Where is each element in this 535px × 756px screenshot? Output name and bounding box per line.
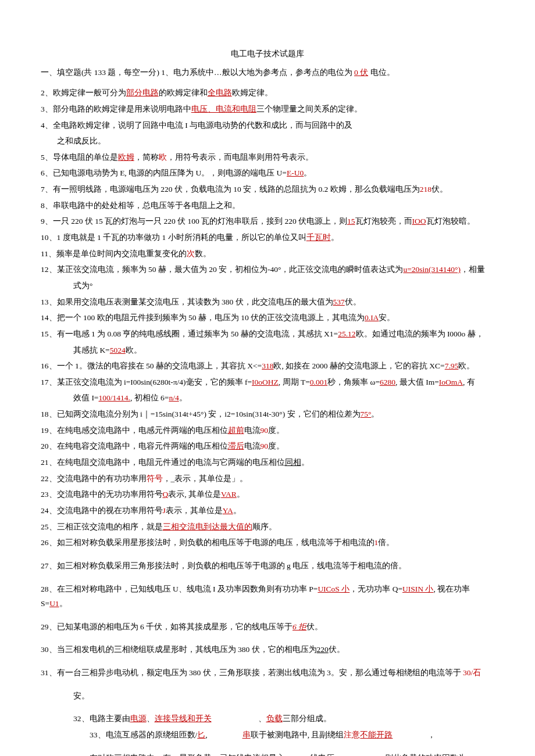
q14-ans: 0.IA <box>365 313 379 322</box>
q20c: 度。 <box>268 442 284 450</box>
q20b: 电流 <box>244 442 261 450</box>
q16c: 欧。 <box>458 361 475 370</box>
q24a: 24、交流电路中的视在功率用符号 <box>41 506 163 515</box>
q12-ans: u=20sin(314140°) <box>403 265 461 274</box>
q3a: 3、部分电路的欧姆定律是用来说明电路中 <box>41 105 191 113</box>
q3-ans: 电压、电流和电阻 <box>191 105 256 113</box>
q33-ans-a: 匕 <box>197 730 205 739</box>
q10: 10、1 度电就是 1 千瓦的功率做功 1 小时所消耗的电量，所以它的单位又叫千… <box>41 230 494 245</box>
q8: 8、串联电路中的处处相等，总电压等于各电阻上之和。 <box>41 198 494 213</box>
q15c-text: 其感抗 K= <box>73 346 110 354</box>
q15-ans-b: 5024 <box>110 346 126 354</box>
q13b: 伏。 <box>345 298 361 306</box>
q5c: ，用符号表示，而电阻率则用符号表示。 <box>167 153 313 162</box>
q31: 31、有一台三相异步电动机，额定电压为 380 伏，三角形联接，若测出线电流为 … <box>41 665 494 680</box>
q19-ans-b: 90 <box>261 426 269 435</box>
q4b-text: 之和成反比。 <box>57 137 106 145</box>
q1: 一、填空题(共 133 题，每空一分) 1、电力系统中…般以大地为参考点，参考点… <box>41 65 494 80</box>
q30: 30、当三相发电机的三相绕组联成星形时，其线电压为 380 伏，它的相电压为22… <box>41 642 494 657</box>
q20-ans-b: 90 <box>261 442 269 450</box>
q33-ans-c2: 不能开路 <box>360 730 393 739</box>
q33: 33、电流互感器的原绕组匝数/匕,串联于被测电路中, 且副绕组注意不能开路， <box>41 728 494 743</box>
q23a: 23、交流电路中的无功功率用符号 <box>41 490 163 499</box>
q11: 11、频率是单位时间内交流电重复变化的次数。 <box>41 246 494 261</box>
q17-ans-f: n/4 <box>169 393 179 402</box>
q16-ans-b: 7.95 <box>445 361 459 370</box>
q23-ans-a: Q <box>163 490 169 499</box>
q1-text: 一、填空题(共 133 题，每空一分) 1、电力系统中…般以大地为参考点，参考点… <box>41 68 352 77</box>
q20-ans-a: 滞后 <box>228 442 244 450</box>
q1-ans: 0 伏 <box>354 68 368 77</box>
q22: 22、交流电路中的有功功率用符号，_表示，其单位是」。 <box>41 471 494 486</box>
q26b: 倍。 <box>378 538 394 547</box>
q18b: 。 <box>371 410 379 418</box>
q13-ans: 537 <box>333 298 345 306</box>
q14a: 14、把一个 100 欧的电阻元件接到频率为 50 赫，电压为 10 伏的正弦交… <box>41 313 365 322</box>
q31b: 安。 <box>41 689 494 704</box>
q3b: 三个物理量之间关系的定律。 <box>256 105 362 113</box>
q15: 15、有一电感 1 为 0.08 亨的纯电感线圈，通过频率为 50 赫的交流电流… <box>41 327 494 342</box>
q11b: 数。 <box>195 249 211 258</box>
q16-ans-a: 318 <box>262 361 273 370</box>
q2c: 欧姆定律。 <box>232 88 273 97</box>
q21a: 21、在纯电阻交流电路中，电阻元件通过的电流与它两端的电压相位 <box>41 458 285 467</box>
q17: 17、某正弦交流电流为 i=I00sin(6280t-π/4)毫安，它的频率 f… <box>41 375 494 390</box>
q25a: 25、三相正弦交流电的相序，就是 <box>41 522 163 531</box>
q34b: ， <box>486 754 494 756</box>
q19c: 度。 <box>268 426 284 435</box>
q29a: 29、已知某电源的相电压为 6 千伏，如将其接成星形，它的线电压等于 <box>41 622 293 631</box>
q17c: 秒，角频率 ω= <box>327 378 380 386</box>
q7-ans: 218 <box>420 185 431 194</box>
q29-ans: 6 拒 <box>293 622 306 631</box>
q7b: 伏。 <box>431 185 448 194</box>
q21: 21、在纯电阻交流电路中，电阻元件通过的电流与它两端的电压相位同相。 <box>41 455 494 470</box>
q32-ans-b: 连接导线和开关 <box>155 714 212 723</box>
q15-ans-a: 25.12 <box>338 329 355 338</box>
q31-ans: 30/石 <box>463 668 481 677</box>
q32-ans-c: 负载 <box>266 714 283 723</box>
q28-ans-b: UISIN 小 <box>402 585 433 593</box>
q7: 7、有一照明线路，电源端电压为 220 伏，负载电流为 10 安，线路的总阻抗为… <box>41 182 494 197</box>
q6: 6、已知电源电动势为 E, 电源的内阻压降为 U。，则电源的端电压 U=E-U0… <box>41 166 494 181</box>
q17g: , 初相位 6= <box>130 393 169 402</box>
q2-ans-a: 部分电路 <box>126 88 159 97</box>
q31a: 31、有一台三相异步电动机，额定电压为 380 伏，三角形联接，若测出线电流为 … <box>41 668 461 677</box>
q30b: 伏。 <box>329 645 345 654</box>
q6-ans: E-U0 <box>287 169 304 177</box>
q17-ans-c: 6280 <box>380 378 395 386</box>
q30a: 30、当三相发电机的三相绕组联成星形时，其线电压为 380 伏，它的相电压为 <box>41 645 317 654</box>
q14: 14、把一个 100 欧的电阻元件接到频率为 50 赫，电压为 10 伏的正弦交… <box>41 310 494 325</box>
q7a: 7、有一照明线路，电源端电压为 220 伏，负载电流为 10 安，线路的总阻抗为… <box>41 185 420 194</box>
q31b-text: 安。 <box>73 691 90 700</box>
q12c-text: 式为° <box>73 281 92 290</box>
q28d: 。 <box>59 599 67 608</box>
q10-ans: 千瓦时 <box>306 233 331 242</box>
q4: 4、全电路欧姆定律，说明了回路中电流 I 与电源电动势的代数和成比，而与回路中的… <box>41 118 494 133</box>
q17-ans-e: 100/1414. <box>98 393 130 402</box>
q18: 18、已知两交流电流分别为 i｜=15sin(314t+45°) 安，i2=10… <box>41 407 494 422</box>
q17e: , 有 <box>463 378 475 386</box>
q24-ans-b: YA <box>223 506 233 515</box>
q32c: 、 <box>258 714 266 723</box>
q26: 26、如三相对称负载采用星形接法时，则负载的相电压等于电源的电压，线电流等于相电… <box>41 535 494 550</box>
q34a: 34、在对称三相电路中，有一星形负载，已知线电流相量入=8/20°, 线电压 U… <box>73 754 466 756</box>
q9b: 瓦灯泡较亮，而 <box>355 217 412 225</box>
q29: 29、已知某电源的相电压为 6 千伏，如将其接成星形，它的线电压等于6 拒伏。 <box>41 619 494 635</box>
q16b: 欧, 如接在 2000 赫的交流电源上，它的容抗 XC= <box>273 361 444 370</box>
q23-ans-b: VAR <box>221 490 237 499</box>
q8-text: 8、串联电路中的处处相等，总电压等于各电阻上之和。 <box>41 201 240 210</box>
q30-ans: 220 <box>317 645 329 654</box>
q32: 32、电路主要由电源、连接导线和开关、负载三部分组成。 <box>41 711 494 726</box>
q32-ans-a: 电源 <box>130 714 147 723</box>
q12: 12、某正弦交流电流，频率为 50 赫，最大值为 20 安，初相位为-40°，此… <box>41 262 494 277</box>
q2: 2、欧姆定律一般可分为部分电路的欧姆定律和全电路欧姆定律。 <box>41 85 494 101</box>
q17b: , 周期 T= <box>279 378 310 386</box>
q22a: 22、交流电路中的有功功率用 <box>41 474 147 483</box>
q24b: 表示，其单位是 <box>166 506 223 515</box>
q33-ans-c1: 注意 <box>344 730 360 739</box>
q5b: ，简称 <box>134 153 159 162</box>
q20a: 20、在纯电容交流电路中，电容元件两端的电压相位 <box>41 442 228 450</box>
q27: 27、如三相对称负载采用三角形接法时，则负载的相电压等于电源的 g 电压，线电流… <box>41 558 494 574</box>
q33-ans-b: 串 <box>242 730 251 739</box>
q2-ans-b: 全电路 <box>208 88 232 97</box>
